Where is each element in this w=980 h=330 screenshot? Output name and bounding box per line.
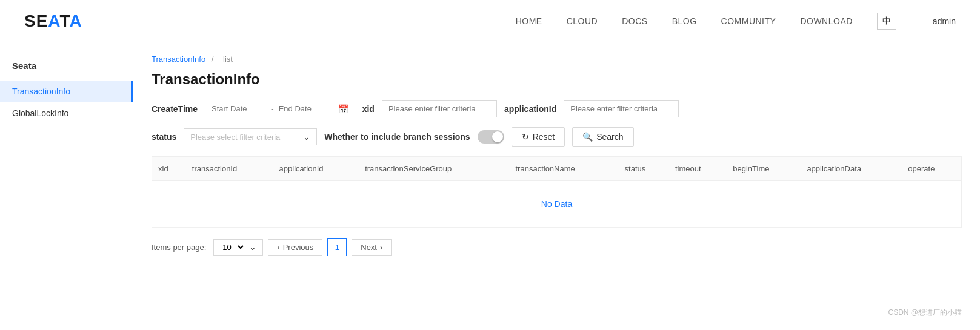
breadcrumb-current: list: [223, 54, 233, 64]
sidebar-title: Seata: [0, 54, 133, 81]
language-button[interactable]: 中: [877, 13, 896, 30]
transaction-table: xid transactionId applicationId transact…: [152, 157, 961, 228]
admin-label: admin: [933, 16, 956, 26]
col-transaction-name: transactionName: [510, 157, 619, 181]
no-data-row: No Data: [152, 181, 961, 228]
table-header-row: xid transactionId applicationId transact…: [152, 157, 961, 181]
end-date-input[interactable]: [279, 104, 333, 113]
search-button[interactable]: 🔍 Search: [572, 127, 633, 147]
prev-button[interactable]: ‹ Previous: [268, 239, 322, 256]
nav-community[interactable]: COMMUNITY: [721, 16, 776, 26]
no-data-cell: No Data: [152, 181, 961, 228]
sidebar-item-global-lock-info[interactable]: GlobalLockInfo: [0, 102, 133, 124]
xid-input[interactable]: [382, 100, 497, 117]
breadcrumb-parent[interactable]: TransactionInfo: [152, 54, 205, 64]
next-label: Next: [361, 243, 377, 252]
create-time-label: CreateTime: [152, 104, 198, 114]
status-label: status: [152, 132, 176, 142]
application-id-label: applicationId: [504, 104, 556, 114]
nav-cloud[interactable]: CLOUD: [567, 16, 598, 26]
reset-button[interactable]: ↻ Reset: [512, 127, 565, 147]
branch-sessions-toggle[interactable]: [478, 130, 504, 144]
main-nav: HOME CLOUD DOCS BLOG COMMUNITY DOWNLOAD …: [516, 13, 956, 30]
data-table: xid transactionId applicationId transact…: [152, 156, 962, 228]
logo-highlight2: A: [70, 12, 82, 30]
per-page-select[interactable]: 10 20 50 100: [220, 242, 245, 252]
sidebar: Seata TransactionInfo GlobalLockInfo: [0, 42, 133, 330]
start-date-input[interactable]: [212, 104, 266, 113]
current-page[interactable]: 1: [327, 238, 347, 256]
reset-icon: ↻: [522, 132, 529, 142]
col-xid: xid: [152, 157, 186, 181]
status-select-wrapper[interactable]: Please select filter criteria ⌄: [184, 128, 317, 145]
toggle-knob: [492, 131, 503, 142]
per-page-select-wrapper[interactable]: 10 20 50 100 ⌄: [213, 239, 263, 256]
filter-row-1: CreateTime - 📅 xid applicationId: [152, 100, 962, 117]
logo[interactable]: SEATA: [24, 12, 82, 31]
col-operate: operate: [902, 157, 961, 181]
page-title: TransactionInfo: [152, 71, 962, 88]
main-content: TransactionInfo / list TransactionInfo C…: [133, 42, 980, 330]
status-select[interactable]: Please select filter criteria: [190, 133, 303, 142]
search-icon: 🔍: [582, 132, 593, 142]
prev-label: Previous: [283, 243, 314, 252]
sidebar-item-transaction-info[interactable]: TransactionInfo: [0, 81, 133, 102]
filter-row-2: status Please select filter criteria ⌄ W…: [152, 127, 962, 147]
calendar-icon[interactable]: 📅: [338, 104, 348, 114]
xid-label: xid: [362, 104, 375, 114]
date-dash: -: [271, 104, 274, 114]
breadcrumb: TransactionInfo / list: [152, 54, 962, 64]
layout: Seata TransactionInfo GlobalLockInfo Tra…: [0, 42, 980, 330]
prev-arrow-icon: ‹: [277, 243, 279, 252]
nav-home[interactable]: HOME: [516, 16, 542, 26]
chevron-down-icon: ⌄: [303, 132, 310, 142]
per-page-chevron-icon: ⌄: [249, 242, 256, 252]
pagination: Items per page: 10 20 50 100 ⌄ ‹ Previou…: [152, 238, 962, 256]
items-per-page-label: Items per page:: [152, 243, 206, 252]
nav-docs[interactable]: DOCS: [622, 16, 647, 26]
col-transaction-id: transactionId: [186, 157, 273, 181]
application-id-input[interactable]: [564, 100, 679, 117]
breadcrumb-separator: /: [212, 54, 214, 64]
col-application-id: applicationId: [273, 157, 359, 181]
next-button[interactable]: Next ›: [352, 239, 392, 256]
col-timeout: timeout: [669, 157, 727, 181]
col-begin-time: beginTime: [727, 157, 801, 181]
footer-watermark: CSDN @想进厂的小猫: [888, 308, 962, 318]
search-label: Search: [596, 132, 623, 142]
col-service-group: transactionServiceGroup: [359, 157, 509, 181]
table-body: No Data: [152, 181, 961, 228]
col-status: status: [619, 157, 669, 181]
table-header: xid transactionId applicationId transact…: [152, 157, 961, 181]
branch-sessions-label: Whether to include branch sessions: [324, 132, 470, 142]
next-arrow-icon: ›: [380, 243, 382, 252]
date-range-input[interactable]: - 📅: [205, 101, 355, 117]
reset-label: Reset: [533, 132, 555, 142]
logo-highlight: A: [48, 12, 59, 30]
header: SEATA HOME CLOUD DOCS BLOG COMMUNITY DOW…: [0, 0, 980, 42]
col-application-data: applicationData: [801, 157, 902, 181]
nav-download[interactable]: DOWNLOAD: [800, 16, 852, 26]
nav-blog[interactable]: BLOG: [672, 16, 697, 26]
